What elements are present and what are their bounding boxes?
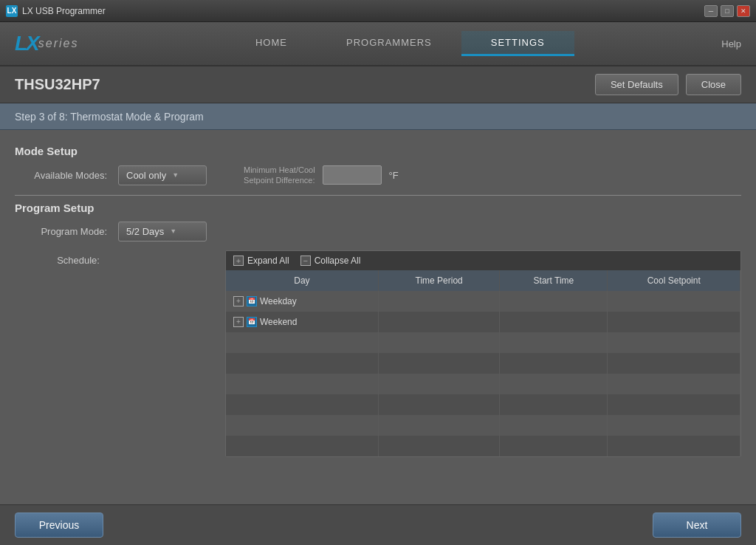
- cell-day: + 📅 Weekend: [226, 312, 378, 332]
- schedule-table-header: Day Time Period Start Time Cool Setpoint: [226, 270, 740, 291]
- cell-day: + 📅 Weekday: [226, 291, 378, 312]
- table-wrapper: Day Time Period Start Time Cool Setpoint…: [226, 270, 740, 456]
- nav-bar: LX series HOME PROGRAMMERS SETTINGS Help: [0, 22, 756, 66]
- cell-cool-setpoint: [608, 436, 740, 456]
- available-modes-row: Available Modes: Cool only ▼ Minimum Hea…: [15, 165, 741, 186]
- cell-start-time: [500, 332, 608, 353]
- program-mode-value: 5/2 Days: [126, 226, 164, 237]
- title-bar: LX LX USB Programmer ─ □ ✕: [0, 0, 756, 22]
- logo-lx: LX: [15, 32, 38, 55]
- cell-cool-setpoint: [608, 291, 740, 312]
- next-button[interactable]: Next: [653, 513, 741, 538]
- program-setup-section: Program Setup Program Mode: 5/2 Days ▼ S…: [15, 202, 741, 457]
- tab-programmers[interactable]: PROGRAMMERS: [317, 31, 461, 56]
- col-start-time: Start Time: [500, 270, 608, 291]
- row-expand-icon[interactable]: +: [233, 317, 244, 327]
- mode-setup-section: Mode Setup Available Modes: Cool only ▼ …: [15, 145, 741, 186]
- main-content: Mode Setup Available Modes: Cool only ▼ …: [0, 130, 756, 504]
- logo: LX series: [15, 32, 78, 55]
- cell-day: [226, 374, 378, 394]
- schedule-header-row: Day Time Period Start Time Cool Setpoint: [226, 270, 740, 291]
- cell-start-time: [500, 415, 608, 436]
- minimize-button[interactable]: ─: [704, 5, 718, 17]
- app-icon: LX: [6, 5, 18, 17]
- mode-setup-header: Mode Setup: [15, 145, 741, 157]
- cell-start-time: [500, 436, 608, 456]
- device-name: THSU32HP7: [15, 76, 100, 93]
- device-header: THSU32HP7 Set Defaults Close: [0, 66, 756, 103]
- cell-day: [226, 332, 378, 353]
- cell-cool-setpoint: [608, 394, 740, 415]
- title-bar-left: LX LX USB Programmer: [6, 5, 106, 17]
- cell-cool-setpoint: [608, 353, 740, 374]
- col-day: Day: [226, 270, 378, 291]
- tab-settings[interactable]: SETTINGS: [461, 31, 574, 56]
- schedule-toolbar: + Expand All − Collapse All: [226, 251, 740, 270]
- table-row: [226, 374, 740, 394]
- schedule-container: + Expand All − Collapse All Day Time Per…: [225, 250, 741, 457]
- table-row: [226, 436, 740, 456]
- table-row: [226, 415, 740, 436]
- cell-start-time: [500, 394, 608, 415]
- cell-start-time: [500, 353, 608, 374]
- program-mode-label: Program Mode:: [15, 226, 118, 237]
- cell-cool-setpoint: [608, 415, 740, 436]
- schedule-label: Schedule:: [15, 250, 111, 266]
- table-row[interactable]: + 📅 Weekday: [226, 291, 740, 312]
- section-divider: [15, 195, 741, 196]
- cell-time-period: [378, 291, 500, 312]
- col-cool-setpoint: Cool Setpoint: [608, 270, 740, 291]
- window-close-button[interactable]: ✕: [737, 5, 750, 17]
- setpoint-input[interactable]: [323, 165, 382, 185]
- cell-start-time: [500, 374, 608, 394]
- table-row: [226, 332, 740, 353]
- maximize-button[interactable]: □: [721, 5, 734, 17]
- cell-day: [226, 415, 378, 436]
- schedule-tbody: + 📅 Weekday + 📅 Weekend: [226, 291, 740, 456]
- row-calendar-icon: 📅: [247, 296, 257, 306]
- cell-start-time: [500, 291, 608, 312]
- table-row: [226, 353, 740, 374]
- day-label: Weekend: [260, 317, 297, 327]
- row-calendar-icon: 📅: [247, 317, 257, 327]
- schedule-table: Day Time Period Start Time Cool Setpoint…: [226, 270, 740, 456]
- unit-label: °F: [389, 170, 399, 181]
- available-modes-dropdown[interactable]: Cool only ▼: [118, 165, 207, 185]
- day-label: Weekday: [260, 296, 297, 306]
- cell-time-period: [378, 312, 500, 332]
- cell-cool-setpoint: [608, 312, 740, 332]
- program-setup-header: Program Setup: [15, 202, 741, 214]
- program-mode-dropdown[interactable]: 5/2 Days ▼: [118, 222, 207, 241]
- table-row[interactable]: + 📅 Weekend: [226, 312, 740, 332]
- cell-day: [226, 353, 378, 374]
- cell-time-period: [378, 332, 500, 353]
- row-expand-icon[interactable]: +: [233, 296, 244, 306]
- cell-cool-setpoint: [608, 374, 740, 394]
- previous-button[interactable]: Previous: [15, 513, 103, 538]
- table-row: [226, 394, 740, 415]
- cell-time-period: [378, 394, 500, 415]
- set-defaults-button[interactable]: Set Defaults: [595, 74, 678, 95]
- collapse-icon: −: [300, 256, 311, 266]
- collapse-all-button[interactable]: − Collapse All: [300, 256, 361, 266]
- nav-tabs: HOME PROGRAMMERS SETTINGS: [78, 31, 721, 56]
- cell-time-period: [378, 415, 500, 436]
- close-button[interactable]: Close: [686, 74, 741, 95]
- expand-all-label: Expand All: [247, 256, 289, 266]
- help-button[interactable]: Help: [721, 38, 741, 49]
- cell-time-period: [378, 436, 500, 456]
- cell-time-period: [378, 353, 500, 374]
- available-modes-value: Cool only: [126, 170, 166, 181]
- cell-cool-setpoint: [608, 332, 740, 353]
- available-modes-label: Available Modes:: [15, 170, 118, 181]
- title-text: LX USB Programmer: [22, 6, 106, 16]
- step-header: Step 3 of 8: Thermostat Mode & Program: [0, 103, 756, 130]
- schedule-row: Schedule: + Expand All − Collapse All: [15, 250, 741, 457]
- program-mode-dropdown-arrow: ▼: [170, 227, 176, 235]
- min-heatcool-label: Minimum Heat/CoolSetpoint Difference:: [244, 165, 315, 186]
- logo-series: series: [38, 37, 79, 50]
- expand-icon: +: [233, 256, 244, 266]
- expand-all-button[interactable]: + Expand All: [233, 256, 289, 266]
- collapse-all-label: Collapse All: [315, 256, 361, 266]
- tab-home[interactable]: HOME: [226, 31, 317, 56]
